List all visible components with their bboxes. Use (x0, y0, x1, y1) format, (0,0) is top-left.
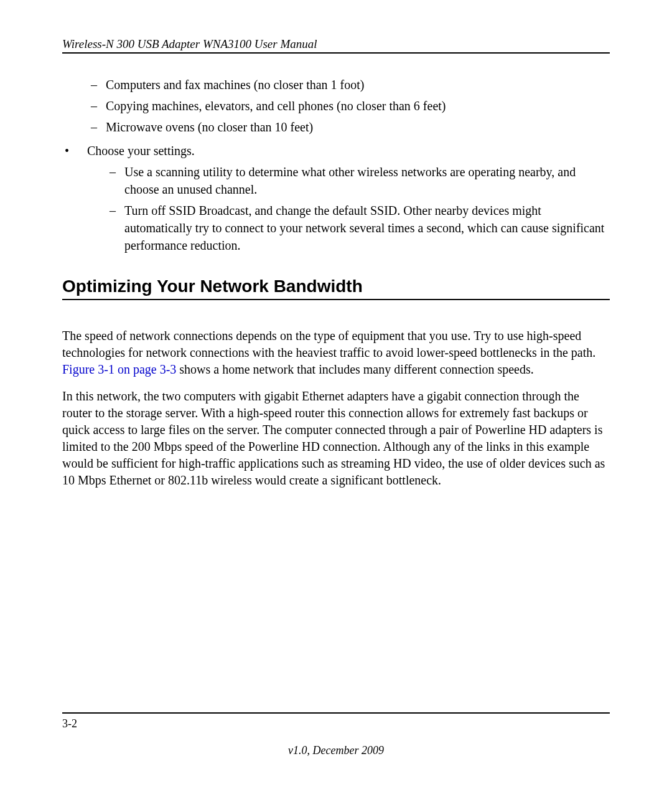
figure-cross-reference[interactable]: Figure 3-1 on page 3-3 (62, 362, 176, 376)
list-item-text: Computers and fax machines (no closer th… (106, 76, 610, 93)
list-item-text: Turn off SSID Broadcast, and change the … (124, 202, 610, 254)
list-item-text: Use a scanning utility to determine what… (124, 163, 610, 198)
dash-marker: – (106, 163, 124, 198)
dash-marker: – (87, 97, 106, 115)
list-item: • Choose your settings. (62, 142, 610, 159)
list-item: – Microwave ovens (no closer than 10 fee… (87, 118, 610, 136)
list-item-text: Microwave ovens (no closer than 10 feet) (106, 118, 610, 136)
main-list: • Choose your settings. (62, 142, 610, 159)
bullet-marker: • (62, 142, 87, 159)
list-item-text: Copying machines, elevators, and cell ph… (106, 97, 610, 115)
section-heading: Optimizing Your Network Bandwidth (62, 276, 610, 300)
choose-settings-sub-list: – Use a scanning utility to determine wh… (106, 163, 610, 254)
list-item-text: Choose your settings. (87, 142, 610, 159)
dash-marker: – (87, 118, 106, 136)
top-sub-list: – Computers and fax machines (no closer … (87, 76, 610, 136)
page-footer: 3-2 v1.0, December 2009 (62, 712, 610, 757)
dash-marker: – (106, 202, 124, 254)
para-text: The speed of network connections depends… (62, 329, 595, 359)
list-item: – Use a scanning utility to determine wh… (106, 163, 610, 198)
body-paragraph: The speed of network connections depends… (62, 328, 610, 378)
page-number: 3-2 (62, 717, 610, 730)
para-text: shows a home network that includes many … (176, 362, 533, 376)
running-header: Wireless-N 300 USB Adapter WNA3100 User … (62, 37, 610, 54)
body-paragraph: In this network, the two computers with … (62, 388, 610, 489)
footer-rule (62, 712, 610, 714)
version-text: v1.0, December 2009 (62, 744, 610, 757)
list-item: – Copying machines, elevators, and cell … (87, 97, 610, 115)
dash-marker: – (87, 76, 106, 93)
list-item: – Computers and fax machines (no closer … (87, 76, 610, 93)
list-item: – Turn off SSID Broadcast, and change th… (106, 202, 610, 254)
